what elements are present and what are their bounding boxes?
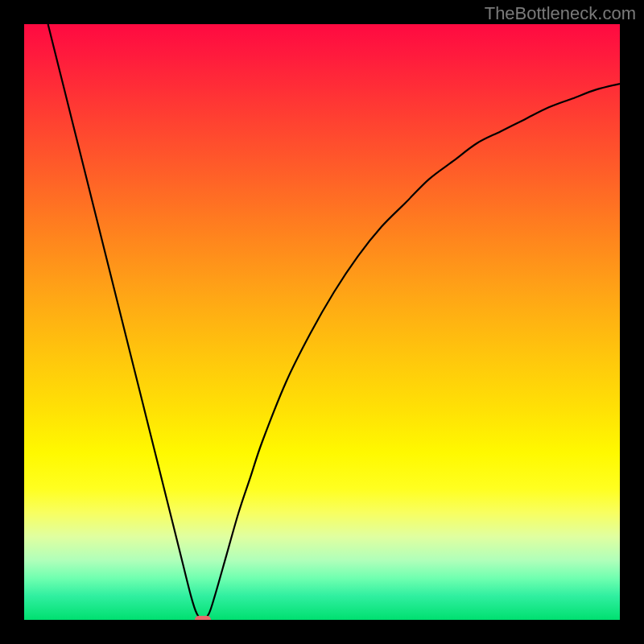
minimum-marker	[195, 616, 211, 620]
watermark-text: TheBottleneck.com	[485, 3, 636, 24]
plot-area	[24, 24, 620, 620]
chart-frame: TheBottleneck.com	[0, 0, 644, 644]
gradient-background	[24, 24, 620, 620]
